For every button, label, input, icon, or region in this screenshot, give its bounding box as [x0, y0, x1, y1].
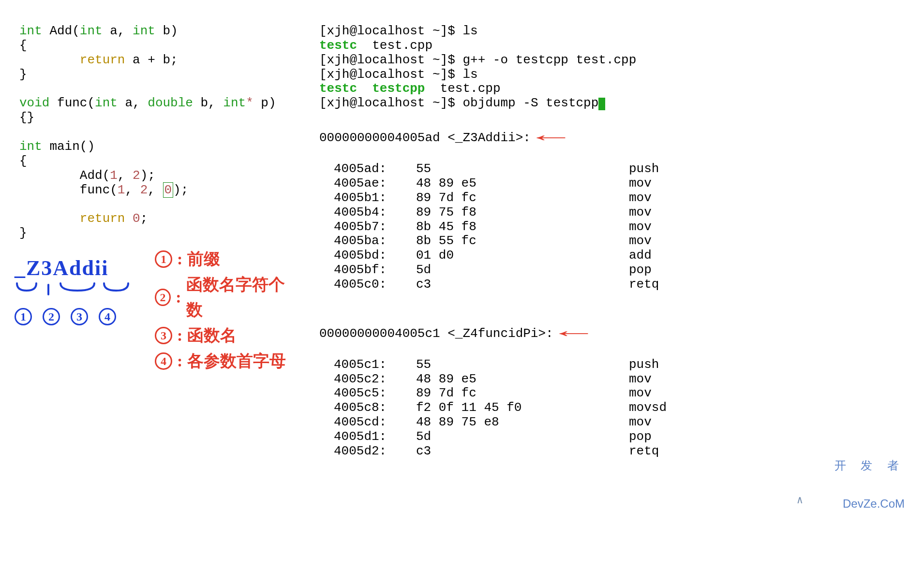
exec-name: testcpp: [372, 81, 425, 96]
asm-row: 4005ba:8b 55 fcmov: [319, 234, 905, 249]
asm-row: 4005c0:c3retq: [319, 278, 905, 292]
asm-address: 4005c1:: [319, 358, 416, 372]
code-text: ,: [118, 168, 133, 183]
asm-address: 4005c5:: [319, 386, 416, 401]
circle-4-icon: 4: [99, 308, 116, 325]
file-name: [357, 81, 372, 96]
asm-bytes: 89 7d fc: [416, 386, 629, 401]
asm-row: 4005c8:f2 0f 11 45 f0movsd: [319, 401, 905, 415]
caret-icon: ∧: [797, 495, 803, 507]
circle-2-icon: 2: [43, 308, 60, 325]
type-keyword: int: [19, 139, 42, 154]
code-text: Add(: [19, 168, 110, 183]
return-keyword: return: [80, 211, 125, 226]
asm-row: 4005c2:48 89 e5mov: [319, 372, 905, 387]
arrow-icon: ←: [537, 127, 566, 149]
asm-address: 4005ba:: [319, 234, 416, 249]
code-text: ;: [140, 211, 148, 226]
asm-bytes: 48 89 e5: [416, 372, 629, 387]
code-text: func(: [19, 183, 118, 197]
watermark-en: DevZe.CoM: [835, 497, 905, 510]
file-name: test.cpp: [425, 81, 500, 96]
type-keyword: int: [95, 96, 118, 110]
asm-mnemonic: mov: [629, 220, 652, 234]
cmd-text: g++ -o testcpp test.cpp: [462, 53, 636, 67]
asm-bytes: 01 d0: [416, 249, 629, 263]
watermark: 开 发 者 DevZe.CoM: [835, 434, 905, 536]
asm-row: 4005cd:48 89 75 e8mov: [319, 415, 905, 430]
asm-bytes: 8b 45 f8: [416, 220, 629, 234]
code-text: b): [155, 24, 178, 38]
prompt-text: [xjh@localhost ~]$: [319, 53, 462, 67]
type-keyword: int: [80, 24, 103, 38]
symbol-header: 00000000004005ad <_Z3Addii>:←: [319, 125, 905, 147]
asm-bytes: 89 75 f8: [416, 205, 629, 220]
cmd-text: objdump -S testcpp: [462, 96, 598, 110]
prompt-text: [xjh@localhost ~]$: [319, 24, 462, 38]
type-keyword: double: [148, 96, 193, 110]
asm-mnemonic: mov: [629, 191, 652, 205]
asm-row: 4005ad:55push: [319, 162, 905, 176]
asm-row: 4005ae:48 89 e5mov: [319, 176, 905, 191]
asm-bytes: 89 7d fc: [416, 191, 629, 205]
code-text: Add(: [42, 24, 80, 38]
circle-1-icon: 1: [155, 250, 172, 268]
code-text: {}: [19, 110, 34, 125]
asm-bytes: 8b 55 fc: [416, 234, 629, 249]
legend-text: 函数名字符个数: [186, 272, 291, 323]
code-text: main(): [42, 139, 95, 154]
asm-row: 4005c5:89 7d fcmov: [319, 386, 905, 401]
watermark-cn: 开 发 者: [835, 459, 905, 472]
numeric-literal: 0: [133, 211, 140, 226]
asm-bytes: 5d: [416, 430, 629, 444]
asm-bytes: 5d: [416, 263, 629, 278]
asm-mnemonic: mov: [629, 415, 652, 430]
asm-bytes: c3: [416, 444, 629, 459]
legend-text: 函数名: [187, 323, 237, 349]
asm-bytes: 55: [416, 358, 629, 372]
asm-mnemonic: mov: [629, 234, 652, 249]
asm-mnemonic: push: [629, 358, 659, 372]
asm-mnemonic: retq: [629, 278, 659, 292]
asm-row: 4005bd:01 d0add: [319, 249, 905, 263]
legend-text: 各参数首字母: [187, 349, 286, 374]
asm-mnemonic: mov: [629, 176, 652, 191]
code-text: ,: [125, 183, 140, 197]
legend-text: 前缀: [187, 247, 220, 272]
code-text: a,: [103, 24, 133, 38]
type-keyword: int: [19, 24, 42, 38]
code-text: );: [173, 183, 188, 197]
terminal-output: [xjh@localhost ~]$ ls testc test.cpp [xj…: [319, 10, 905, 531]
numeric-literal: 2: [133, 168, 140, 183]
code-text: }: [19, 226, 27, 240]
asm-row: 4005b1:89 7d fcmov: [319, 191, 905, 205]
code-text: {: [19, 154, 27, 168]
asm-row: 4005b7:8b 45 f8mov: [319, 220, 905, 234]
code-text: func(: [49, 96, 95, 110]
asm-bytes: 48 89 e5: [416, 176, 629, 191]
cursor-icon: [598, 98, 605, 110]
code-text: );: [140, 168, 155, 183]
circle-4-icon: 4: [155, 352, 172, 370]
asm-address: 4005d2:: [319, 444, 416, 459]
exec-name: testc: [319, 81, 357, 96]
code-text: a,: [118, 96, 148, 110]
type-keyword: void: [19, 96, 49, 110]
code-text: }: [19, 67, 27, 82]
code-text: b,: [193, 96, 223, 110]
asm-mnemonic: pop: [629, 430, 652, 444]
asm-address: 4005ad:: [319, 162, 416, 176]
return-keyword: return: [80, 53, 125, 67]
cmd-text: ls: [462, 24, 477, 38]
numeric-literal: 2: [140, 183, 148, 197]
circle-3-icon: 3: [71, 308, 88, 325]
arrow-icon: ←: [559, 323, 588, 345]
asm-bytes: 48 89 75 e8: [416, 415, 629, 430]
type-keyword: int: [223, 96, 246, 110]
code-text: p): [253, 96, 276, 110]
code-text: {: [19, 38, 27, 53]
asm-address: 4005ae:: [319, 176, 416, 191]
asm-row: 4005d1:5dpop: [319, 430, 905, 444]
asm-address: 4005cd:: [319, 415, 416, 430]
asm-address: 4005bf:: [319, 263, 416, 278]
